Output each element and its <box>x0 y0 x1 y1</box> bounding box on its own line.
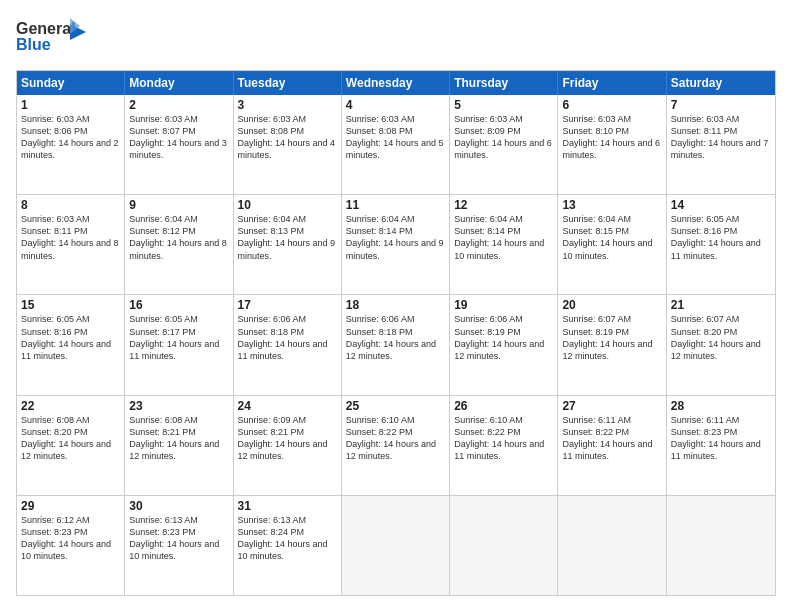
calendar-cell: 26Sunrise: 6:10 AMSunset: 8:22 PMDayligh… <box>450 396 558 495</box>
day-number: 23 <box>129 399 228 413</box>
calendar-row: 15Sunrise: 6:05 AMSunset: 8:16 PMDayligh… <box>17 294 775 394</box>
calendar-header: SundayMondayTuesdayWednesdayThursdayFrid… <box>17 71 775 95</box>
calendar-cell: 1Sunrise: 6:03 AMSunset: 8:06 PMDaylight… <box>17 95 125 194</box>
calendar-cell: 27Sunrise: 6:11 AMSunset: 8:22 PMDayligh… <box>558 396 666 495</box>
calendar-cell <box>450 496 558 595</box>
day-number: 11 <box>346 198 445 212</box>
cell-info: Sunrise: 6:05 AMSunset: 8:17 PMDaylight:… <box>129 313 228 362</box>
day-number: 3 <box>238 98 337 112</box>
calendar-cell: 10Sunrise: 6:04 AMSunset: 8:13 PMDayligh… <box>234 195 342 294</box>
day-number: 27 <box>562 399 661 413</box>
cell-info: Sunrise: 6:03 AMSunset: 8:11 PMDaylight:… <box>21 213 120 262</box>
day-number: 17 <box>238 298 337 312</box>
calendar-cell: 7Sunrise: 6:03 AMSunset: 8:11 PMDaylight… <box>667 95 775 194</box>
calendar-cell: 6Sunrise: 6:03 AMSunset: 8:10 PMDaylight… <box>558 95 666 194</box>
cell-info: Sunrise: 6:04 AMSunset: 8:13 PMDaylight:… <box>238 213 337 262</box>
calendar-cell: 14Sunrise: 6:05 AMSunset: 8:16 PMDayligh… <box>667 195 775 294</box>
cell-info: Sunrise: 6:12 AMSunset: 8:23 PMDaylight:… <box>21 514 120 563</box>
cell-info: Sunrise: 6:06 AMSunset: 8:18 PMDaylight:… <box>238 313 337 362</box>
day-number: 15 <box>21 298 120 312</box>
day-number: 25 <box>346 399 445 413</box>
day-number: 31 <box>238 499 337 513</box>
cell-info: Sunrise: 6:03 AMSunset: 8:07 PMDaylight:… <box>129 113 228 162</box>
day-number: 8 <box>21 198 120 212</box>
day-number: 1 <box>21 98 120 112</box>
cell-info: Sunrise: 6:04 AMSunset: 8:15 PMDaylight:… <box>562 213 661 262</box>
calendar-cell: 20Sunrise: 6:07 AMSunset: 8:19 PMDayligh… <box>558 295 666 394</box>
calendar-body: 1Sunrise: 6:03 AMSunset: 8:06 PMDaylight… <box>17 95 775 595</box>
day-number: 29 <box>21 499 120 513</box>
day-number: 19 <box>454 298 553 312</box>
cell-info: Sunrise: 6:10 AMSunset: 8:22 PMDaylight:… <box>346 414 445 463</box>
logo-icon: General Blue <box>16 16 86 60</box>
cell-info: Sunrise: 6:05 AMSunset: 8:16 PMDaylight:… <box>671 213 771 262</box>
day-number: 9 <box>129 198 228 212</box>
day-number: 28 <box>671 399 771 413</box>
calendar-row: 29Sunrise: 6:12 AMSunset: 8:23 PMDayligh… <box>17 495 775 595</box>
calendar-cell: 28Sunrise: 6:11 AMSunset: 8:23 PMDayligh… <box>667 396 775 495</box>
cell-info: Sunrise: 6:03 AMSunset: 8:06 PMDaylight:… <box>21 113 120 162</box>
day-number: 4 <box>346 98 445 112</box>
calendar-cell: 23Sunrise: 6:08 AMSunset: 8:21 PMDayligh… <box>125 396 233 495</box>
header: General Blue <box>16 16 776 60</box>
page: General Blue SundayMondayTuesdayWednesda… <box>0 0 792 612</box>
cell-info: Sunrise: 6:11 AMSunset: 8:23 PMDaylight:… <box>671 414 771 463</box>
cell-info: Sunrise: 6:03 AMSunset: 8:09 PMDaylight:… <box>454 113 553 162</box>
calendar-cell: 19Sunrise: 6:06 AMSunset: 8:19 PMDayligh… <box>450 295 558 394</box>
header-cell-wednesday: Wednesday <box>342 71 450 95</box>
calendar-cell <box>667 496 775 595</box>
day-number: 2 <box>129 98 228 112</box>
day-number: 5 <box>454 98 553 112</box>
cell-info: Sunrise: 6:13 AMSunset: 8:24 PMDaylight:… <box>238 514 337 563</box>
day-number: 18 <box>346 298 445 312</box>
calendar-cell: 15Sunrise: 6:05 AMSunset: 8:16 PMDayligh… <box>17 295 125 394</box>
calendar-row: 22Sunrise: 6:08 AMSunset: 8:20 PMDayligh… <box>17 395 775 495</box>
cell-info: Sunrise: 6:04 AMSunset: 8:14 PMDaylight:… <box>346 213 445 262</box>
day-number: 14 <box>671 198 771 212</box>
calendar-cell: 8Sunrise: 6:03 AMSunset: 8:11 PMDaylight… <box>17 195 125 294</box>
calendar-cell <box>558 496 666 595</box>
day-number: 20 <box>562 298 661 312</box>
calendar: SundayMondayTuesdayWednesdayThursdayFrid… <box>16 70 776 596</box>
cell-info: Sunrise: 6:04 AMSunset: 8:12 PMDaylight:… <box>129 213 228 262</box>
calendar-cell: 29Sunrise: 6:12 AMSunset: 8:23 PMDayligh… <box>17 496 125 595</box>
cell-info: Sunrise: 6:04 AMSunset: 8:14 PMDaylight:… <box>454 213 553 262</box>
cell-info: Sunrise: 6:08 AMSunset: 8:20 PMDaylight:… <box>21 414 120 463</box>
calendar-cell: 5Sunrise: 6:03 AMSunset: 8:09 PMDaylight… <box>450 95 558 194</box>
svg-text:Blue: Blue <box>16 36 51 53</box>
day-number: 24 <box>238 399 337 413</box>
header-cell-sunday: Sunday <box>17 71 125 95</box>
day-number: 16 <box>129 298 228 312</box>
calendar-cell: 13Sunrise: 6:04 AMSunset: 8:15 PMDayligh… <box>558 195 666 294</box>
calendar-row: 1Sunrise: 6:03 AMSunset: 8:06 PMDaylight… <box>17 95 775 194</box>
calendar-row: 8Sunrise: 6:03 AMSunset: 8:11 PMDaylight… <box>17 194 775 294</box>
header-cell-monday: Monday <box>125 71 233 95</box>
calendar-cell: 11Sunrise: 6:04 AMSunset: 8:14 PMDayligh… <box>342 195 450 294</box>
day-number: 30 <box>129 499 228 513</box>
calendar-cell: 31Sunrise: 6:13 AMSunset: 8:24 PMDayligh… <box>234 496 342 595</box>
cell-info: Sunrise: 6:07 AMSunset: 8:20 PMDaylight:… <box>671 313 771 362</box>
cell-info: Sunrise: 6:11 AMSunset: 8:22 PMDaylight:… <box>562 414 661 463</box>
header-cell-thursday: Thursday <box>450 71 558 95</box>
calendar-cell: 2Sunrise: 6:03 AMSunset: 8:07 PMDaylight… <box>125 95 233 194</box>
cell-info: Sunrise: 6:06 AMSunset: 8:19 PMDaylight:… <box>454 313 553 362</box>
cell-info: Sunrise: 6:08 AMSunset: 8:21 PMDaylight:… <box>129 414 228 463</box>
day-number: 7 <box>671 98 771 112</box>
day-number: 10 <box>238 198 337 212</box>
cell-info: Sunrise: 6:06 AMSunset: 8:18 PMDaylight:… <box>346 313 445 362</box>
calendar-cell: 3Sunrise: 6:03 AMSunset: 8:08 PMDaylight… <box>234 95 342 194</box>
header-cell-tuesday: Tuesday <box>234 71 342 95</box>
calendar-cell: 17Sunrise: 6:06 AMSunset: 8:18 PMDayligh… <box>234 295 342 394</box>
calendar-cell: 9Sunrise: 6:04 AMSunset: 8:12 PMDaylight… <box>125 195 233 294</box>
day-number: 26 <box>454 399 553 413</box>
day-number: 12 <box>454 198 553 212</box>
header-cell-saturday: Saturday <box>667 71 775 95</box>
calendar-cell: 30Sunrise: 6:13 AMSunset: 8:23 PMDayligh… <box>125 496 233 595</box>
header-cell-friday: Friday <box>558 71 666 95</box>
calendar-cell: 4Sunrise: 6:03 AMSunset: 8:08 PMDaylight… <box>342 95 450 194</box>
day-number: 21 <box>671 298 771 312</box>
cell-info: Sunrise: 6:03 AMSunset: 8:11 PMDaylight:… <box>671 113 771 162</box>
cell-info: Sunrise: 6:13 AMSunset: 8:23 PMDaylight:… <box>129 514 228 563</box>
day-number: 13 <box>562 198 661 212</box>
calendar-cell: 22Sunrise: 6:08 AMSunset: 8:20 PMDayligh… <box>17 396 125 495</box>
